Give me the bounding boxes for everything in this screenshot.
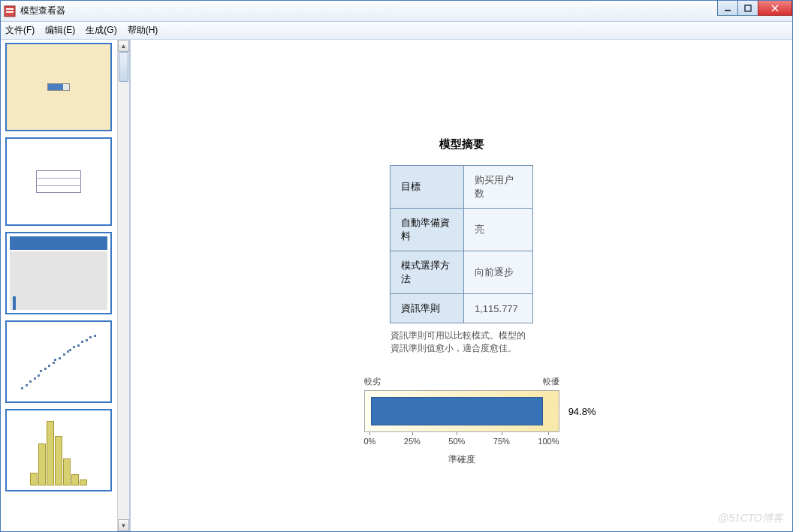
accuracy-value-label: 94.8% (568, 405, 596, 416)
row-label: 模式選擇方法 (390, 251, 464, 294)
table-row: 自動準備資料 亮 (390, 209, 533, 251)
menu-help[interactable]: 帮助(H) (128, 24, 158, 37)
thumbnail-summary[interactable] (5, 43, 112, 131)
table-row: 模式選擇方法 向前逐步 (390, 251, 533, 294)
accuracy-ticks: 0% 25% 50% 75% 100% (364, 437, 559, 446)
row-label: 目標 (390, 166, 464, 209)
row-value: 亮 (464, 209, 533, 251)
menu-file[interactable]: 文件(F) (5, 24, 35, 37)
tick: 0% (364, 437, 376, 446)
tick: 75% (493, 437, 510, 446)
close-button[interactable] (758, 1, 792, 16)
main-view: 模型摘要 目標 购买用户数 自動準備資料 亮 模式選擇方法 向前逐步 (130, 40, 792, 531)
preview-table-icon (36, 170, 81, 193)
minimize-button[interactable] (717, 1, 738, 16)
app-icon (4, 5, 16, 17)
thumbnail-scatter[interactable] (5, 320, 112, 403)
menu-generate[interactable]: 生成(G) (86, 24, 116, 37)
window-controls (718, 1, 792, 16)
scroll-thumb[interactable] (119, 52, 128, 82)
row-label: 資訊準則 (390, 294, 464, 323)
watermark: @51CTO博客 (718, 512, 783, 525)
better-label: 較優 (543, 376, 559, 387)
scroll-track[interactable] (118, 52, 129, 519)
row-label: 自動準備資料 (390, 209, 464, 251)
preview-bar-icon (47, 83, 70, 91)
accuracy-scale-labels: 較劣 較優 (364, 376, 559, 387)
table-row: 目標 购买用户数 (390, 166, 533, 209)
thumbnail-scrollbar[interactable]: ▲ ▼ (117, 40, 129, 531)
tick: 50% (448, 437, 465, 446)
accuracy-chart: 較劣 較優 94.8% 0% 25% 50% 75% 100% 準確度 (364, 376, 559, 466)
model-summary-content: 模型摘要 目標 购买用户数 自動準備資料 亮 模式選擇方法 向前逐步 (131, 40, 792, 496)
thumbnail-list (1, 40, 117, 531)
row-value: 向前逐步 (464, 251, 533, 294)
summary-title: 模型摘要 (439, 137, 484, 152)
row-value: 1,115.777 (464, 294, 533, 323)
row-value: 购买用户数 (464, 166, 533, 209)
svg-rect-3 (725, 10, 731, 11)
tick: 25% (404, 437, 421, 446)
accuracy-axis-label: 準確度 (364, 453, 559, 466)
thumbnail-table[interactable] (5, 137, 112, 226)
table-row: 資訊準則 1,115.777 (390, 294, 533, 323)
summary-footnote: 資訊準則可用以比較模式。模型的資訊準則值愈小，適合度愈佳。 (390, 329, 533, 355)
maximize-button[interactable] (737, 1, 758, 16)
titlebar[interactable]: 模型查看器 (1, 1, 792, 22)
accuracy-bar-track: 94.8% (364, 390, 559, 432)
summary-table: 目標 购买用户数 自動準備資料 亮 模式選擇方法 向前逐步 資訊準則 1,115… (390, 165, 533, 323)
scroll-down-button[interactable]: ▼ (118, 519, 129, 531)
accuracy-bar-fill (371, 397, 543, 425)
body-area: ▲ ▼ 模型摘要 目標 购买用户数 自動準備資料 亮 (1, 40, 792, 531)
svg-rect-4 (745, 5, 751, 11)
svg-rect-2 (6, 11, 14, 13)
thumbnail-accuracy[interactable] (5, 232, 112, 314)
scroll-up-button[interactable]: ▲ (118, 40, 129, 52)
preview-histogram-icon (7, 410, 110, 490)
worse-label: 較劣 (364, 376, 381, 387)
tick: 100% (538, 437, 559, 446)
menubar: 文件(F) 编辑(E) 生成(G) 帮助(H) (1, 22, 792, 40)
window-title: 模型查看器 (20, 5, 65, 17)
preview-accuracy-icon (7, 233, 110, 313)
svg-rect-1 (6, 8, 14, 10)
menu-edit[interactable]: 编辑(E) (45, 24, 75, 37)
thumbnail-panel: ▲ ▼ (1, 40, 130, 531)
app-window: 模型查看器 文件(F) 编辑(E) 生成(G) 帮助(H) (0, 0, 793, 532)
preview-scatter-icon (7, 322, 110, 401)
thumbnail-histogram[interactable] (5, 409, 112, 491)
